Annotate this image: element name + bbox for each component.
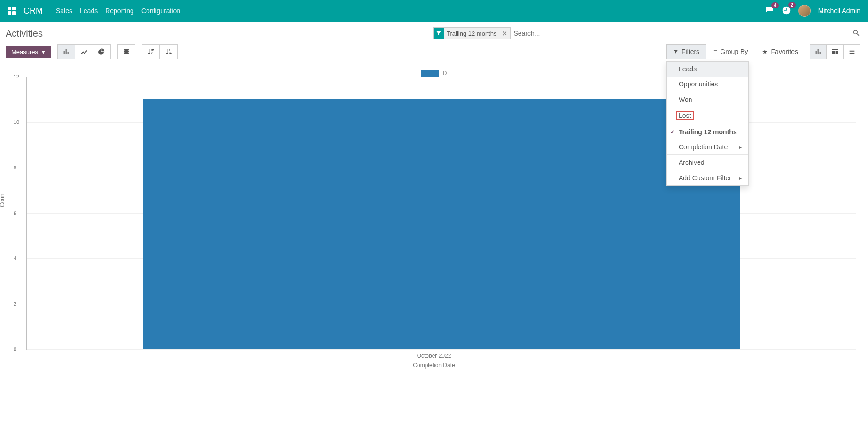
search-area: Trailing 12 months ✕ — [433, 27, 860, 39]
chevron-right-icon: ▸ — [739, 145, 742, 150]
user-name[interactable]: Mitchell Admin — [818, 7, 860, 15]
caret-down-icon: ▾ — [42, 48, 45, 55]
nav-configuration[interactable]: Configuration — [141, 5, 180, 16]
measures-button[interactable]: Measures ▾ — [6, 46, 51, 58]
stack-group — [117, 44, 135, 59]
filter-archived[interactable]: Archived — [666, 155, 748, 170]
filter-lost[interactable]: Lost — [666, 107, 748, 124]
y-tick: 2 — [14, 301, 16, 307]
groupby-button[interactable]: ≡ Group By — [706, 44, 755, 59]
filter-trailing-12-months[interactable]: Trailing 12 months — [666, 124, 748, 139]
bar[interactable] — [143, 99, 740, 349]
filter-leads[interactable]: Leads — [666, 62, 748, 77]
activities-icon[interactable]: 2 — [782, 6, 791, 16]
favorites-button[interactable]: ★ Favorites — [755, 44, 805, 59]
search-icon[interactable] — [852, 29, 860, 39]
y-tick: 6 — [14, 210, 16, 216]
filters-label: Filters — [682, 48, 699, 55]
page-title: Activities — [6, 28, 43, 39]
control-panel: Activities Trailing 12 months ✕ Measures… — [0, 22, 868, 64]
filter-won[interactable]: Won — [666, 92, 748, 107]
nav-leads[interactable]: Leads — [80, 5, 98, 16]
list-view-button[interactable] — [844, 44, 860, 59]
y-tick: 0 — [14, 347, 16, 352]
nav-sales[interactable]: Sales — [56, 5, 72, 16]
funnel-icon — [434, 28, 444, 39]
filters-dropdown: Leads Opportunities Won Lost Trailing 12… — [666, 61, 749, 186]
chart-type-group — [57, 44, 111, 59]
search-options: Filters ≡ Group By ★ Favorites Leads Opp… — [666, 44, 805, 59]
filter-completion-date[interactable]: Completion Date ▸ — [666, 139, 748, 154]
x-axis-label: Completion Date — [8, 362, 860, 369]
avatar[interactable] — [798, 5, 811, 17]
sort-asc-button[interactable] — [160, 44, 178, 59]
legend-swatch — [421, 70, 439, 77]
groupby-label: Group By — [720, 48, 748, 55]
y-tick: 8 — [14, 165, 16, 170]
y-tick: 4 — [14, 255, 16, 261]
x-tick: October 2022 — [8, 353, 860, 359]
bar-chart-button[interactable] — [57, 44, 75, 59]
favorites-label: Favorites — [771, 48, 798, 55]
stacked-button[interactable] — [117, 44, 135, 59]
filter-add-custom[interactable]: Add Custom Filter ▸ — [666, 170, 748, 185]
navbar-left: CRM Sales Leads Reporting Configuration — [8, 5, 180, 16]
measures-label: Measures — [11, 48, 38, 55]
legend-label: D — [443, 70, 447, 77]
facet-remove-icon[interactable]: ✕ — [499, 30, 510, 37]
activities-badge: 2 — [788, 2, 796, 8]
clock-icon — [782, 9, 791, 16]
list-icon: ≡ — [713, 48, 717, 55]
top-navbar: CRM Sales Leads Reporting Configuration … — [0, 0, 868, 22]
chat-bubble-icon — [765, 8, 774, 16]
gridline — [27, 349, 856, 350]
navbar-right: 4 2 Mitchell Admin — [765, 5, 860, 17]
pie-chart-button[interactable] — [93, 44, 111, 59]
messages-icon[interactable]: 4 — [765, 6, 774, 16]
search-input[interactable] — [511, 28, 852, 39]
search-facet[interactable]: Trailing 12 months ✕ — [433, 27, 511, 39]
filter-opportunities[interactable]: Opportunities — [666, 77, 748, 92]
messages-badge: 4 — [771, 2, 779, 8]
graph-view-button[interactable] — [810, 44, 827, 59]
chevron-right-icon: ▸ — [739, 176, 742, 181]
line-chart-button[interactable] — [75, 44, 93, 59]
view-switcher — [810, 44, 860, 59]
control-panel-top: Activities Trailing 12 months ✕ — [6, 27, 860, 39]
svg-point-2 — [124, 53, 129, 54]
svg-point-0 — [124, 49, 129, 51]
y-tick: 12 — [14, 74, 19, 79]
y-axis-label: Count — [0, 192, 6, 207]
sort-desc-button[interactable] — [142, 44, 160, 59]
filters-button[interactable]: Filters — [666, 44, 706, 59]
facet-label: Trailing 12 months — [444, 30, 499, 37]
y-tick: 10 — [14, 119, 19, 125]
pivot-view-button[interactable] — [827, 44, 844, 59]
nav-reporting[interactable]: Reporting — [105, 5, 134, 16]
apps-icon[interactable] — [8, 7, 16, 15]
app-brand[interactable]: CRM — [23, 6, 43, 16]
star-icon: ★ — [762, 48, 768, 55]
control-panel-bottom: Measures ▾ — [6, 44, 860, 59]
svg-point-1 — [124, 51, 129, 53]
sort-group — [142, 44, 178, 59]
